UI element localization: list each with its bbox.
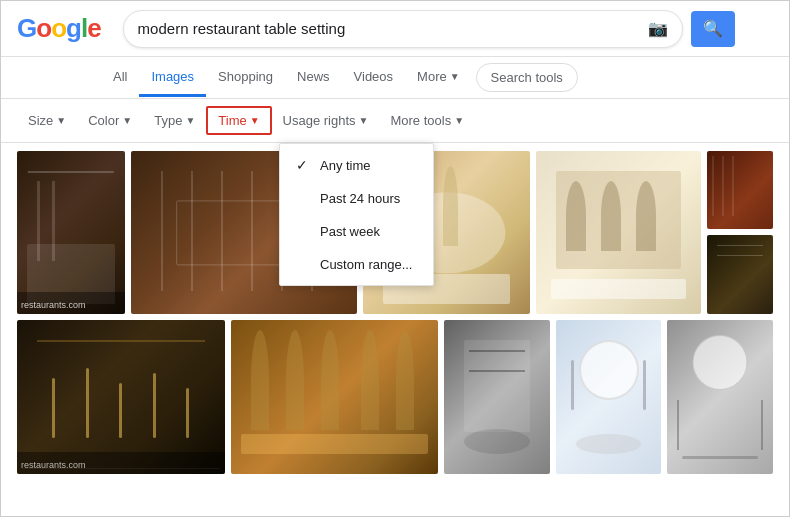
dropdown-item-past-24[interactable]: Past 24 hours	[280, 182, 433, 215]
more-tools-arrow-icon: ▼	[454, 115, 464, 126]
image-tile-1[interactable]: restaurants.com	[17, 151, 125, 314]
image-source-1: restaurants.com	[21, 300, 86, 310]
image-tile-8[interactable]	[231, 320, 439, 474]
filter-size[interactable]: Size ▼	[17, 107, 77, 134]
tab-search-tools[interactable]: Search tools	[476, 63, 578, 92]
tab-videos[interactable]: Videos	[342, 59, 406, 97]
dropdown-item-past-week[interactable]: Past week	[280, 215, 433, 248]
check-icon: ✓	[296, 157, 312, 173]
nav-tabs: All Images Shopping News Videos More ▼ S…	[1, 57, 789, 99]
tab-more[interactable]: More ▼	[405, 59, 472, 97]
filter-usage-rights[interactable]: Usage rights ▼	[272, 107, 380, 134]
filter-color[interactable]: Color ▼	[77, 107, 143, 134]
filter-more-tools[interactable]: More tools ▼	[379, 107, 475, 134]
search-button[interactable]: 🔍	[691, 11, 735, 47]
time-dropdown: ✓ Any time Past 24 hours Past week Custo…	[279, 143, 434, 286]
type-arrow-icon: ▼	[185, 115, 195, 126]
tab-images[interactable]: Images	[139, 59, 206, 97]
dropdown-item-custom[interactable]: Custom range...	[280, 248, 433, 281]
image-tile-6[interactable]	[707, 235, 773, 314]
filter-type[interactable]: Type ▼	[143, 107, 206, 134]
image-row-2: restaurants.com	[17, 320, 773, 474]
image-tile-10[interactable]	[556, 320, 662, 474]
search-icon: 🔍	[703, 19, 723, 38]
color-arrow-icon: ▼	[122, 115, 132, 126]
image-tile-7[interactable]: restaurants.com	[17, 320, 225, 474]
tab-all[interactable]: All	[101, 59, 139, 97]
dropdown-item-any-time[interactable]: ✓ Any time	[280, 148, 433, 182]
camera-icon[interactable]: 📷	[648, 19, 668, 38]
image-tile-11[interactable]	[667, 320, 773, 474]
image-tile-5-6-wrap	[707, 151, 773, 314]
image-tile-5[interactable]	[707, 151, 773, 229]
search-input[interactable]	[138, 20, 648, 37]
google-logo[interactable]: Google	[17, 13, 101, 44]
size-arrow-icon: ▼	[56, 115, 66, 126]
image-tile-4[interactable]	[536, 151, 701, 314]
filter-bar: Size ▼ Color ▼ Type ▼ Time ▼ Usage right…	[1, 99, 789, 143]
filter-time[interactable]: Time ▼	[206, 106, 271, 135]
time-arrow-icon: ▼	[250, 115, 260, 126]
more-arrow-icon: ▼	[450, 71, 460, 82]
header: Google 📷 🔍	[1, 1, 789, 57]
tab-shopping[interactable]: Shopping	[206, 59, 285, 97]
usage-arrow-icon: ▼	[359, 115, 369, 126]
search-bar: 📷	[123, 10, 683, 48]
image-source-7: restaurants.com	[21, 460, 86, 470]
image-tile-9[interactable]	[444, 320, 550, 474]
tab-news[interactable]: News	[285, 59, 342, 97]
